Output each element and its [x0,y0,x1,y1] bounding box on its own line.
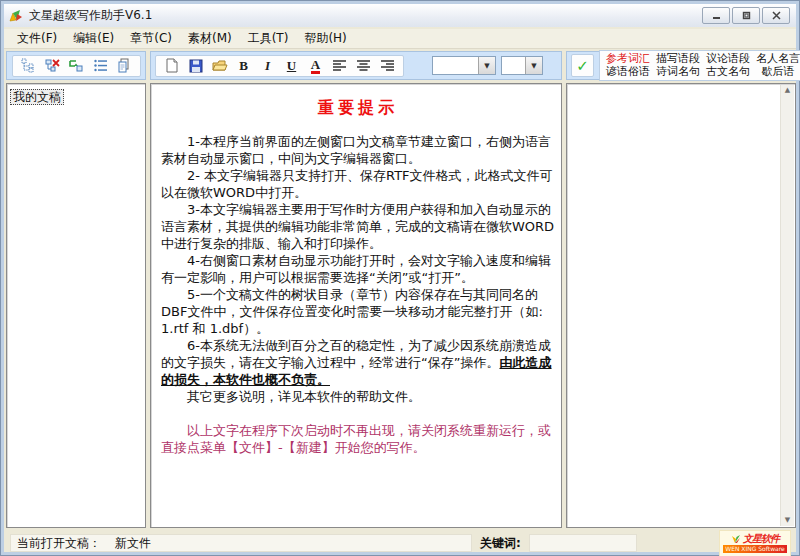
material-category[interactable]: 古文名句 [706,66,750,78]
font-color-icon: A [311,58,320,74]
delete-node-icon [45,58,60,73]
font-name-value [433,57,478,74]
current-document-label: 当前打开文稿： [17,535,101,552]
chapter-toolbar [6,51,146,80]
material-category[interactable]: 参考词汇 [606,53,650,65]
material-category-list: 参考词汇描写语段议论语段名人名言谚语俗语诗词名句古文名句歇后语 [599,50,800,81]
font-color-button[interactable]: A [307,57,324,74]
list-button[interactable] [92,57,109,74]
menu-bar: 文件(F)编辑(E)章节(C)素材(M)工具(T)帮助(H) [4,29,796,49]
underline-icon: U [287,59,296,72]
align-right-icon [381,60,394,71]
open-folder-button[interactable] [211,57,228,74]
notice-paragraph: 2- 本文字编辑器只支持打开、保存RTF文件格式，此格式文件可以在微软WORD中… [161,167,555,201]
align-right-button[interactable] [379,57,396,74]
notice-paragraph: 1-本程序当前界面的左侧窗口为文稿章节建立窗口，右侧为语言素材自动显示窗口，中间… [161,133,555,167]
material-toggle-button[interactable]: ✓ [571,54,594,77]
copy-page-button[interactable] [116,57,133,74]
align-left-button[interactable] [331,57,348,74]
notice-paragraph: 6-本系统无法做到百分之百的稳定性，为了减少因系统崩溃造成的文字损失，请在文字输… [161,337,555,388]
current-document-field: 当前打开文稿： 新文件 [10,534,472,552]
material-category[interactable]: 歇后语 [756,66,800,78]
underline-button[interactable]: U [283,57,300,74]
notice-title: 重要提示 [161,98,555,119]
material-category[interactable]: 诗词名句 [656,66,700,78]
material-category[interactable]: 名人名言 [756,53,800,65]
app-logo-icon [8,8,24,24]
list-icon [93,58,108,73]
vendor-logo-icon [731,534,741,544]
scroll-up-icon[interactable]: ▲ [785,85,790,96]
keyword-label: 关键词: [480,535,521,552]
vendor-logo-text: 文星软件 [743,534,779,544]
check-icon: ✓ [576,57,589,75]
minimize-icon [712,11,721,20]
align-center-button[interactable] [355,57,372,74]
save-button[interactable] [187,57,204,74]
new-file-icon [165,58,179,73]
menu-item[interactable]: 工具(T) [240,28,297,49]
text-editor[interactable]: 重要提示 1-本程序当前界面的左侧窗口为文稿章节建立窗口，右侧为语言素材自动显示… [150,83,562,528]
material-toolbar: ✓ 参考词汇描写语段议论语段名人名言谚语俗语诗词名句古文名句歇后语 [566,51,796,80]
tree-nodes-button[interactable] [20,57,37,74]
format-toolbar: B I U A [150,51,562,80]
maximize-button[interactable] [732,7,760,24]
material-category[interactable]: 描写语段 [656,53,700,65]
save-icon [189,59,203,73]
open-folder-icon [212,59,228,73]
align-center-icon [357,60,370,71]
menu-item[interactable]: 章节(C) [122,28,180,49]
new-file-button[interactable] [163,57,180,74]
italic-icon: I [265,59,270,72]
tree-nodes-icon [21,58,36,73]
toolbar-row: B I U A [1,49,799,82]
menu-item[interactable]: 编辑(E) [65,28,122,49]
menu-item[interactable]: 帮助(H) [296,28,354,49]
material-panel[interactable]: ▲ ▼ [566,83,796,528]
material-category[interactable]: 议论语段 [706,53,750,65]
demote-node-button[interactable] [68,57,85,74]
tree-root-node[interactable]: 我的文稿 [10,89,64,105]
italic-button[interactable]: I [259,57,276,74]
notice-paragraph: 3-本文字编辑器主要用于写作时方便用户获得和加入自动显示的语言素材，其提供的编辑… [161,201,555,252]
keyword-input[interactable] [529,534,637,552]
chapter-tool-island [12,55,141,77]
menu-item[interactable]: 文件(F) [9,28,65,49]
vendor-logo: 文星软件 WEN XING Software [719,530,791,556]
title-bar: 文星超级写作助手V6.1 [4,4,796,27]
vendor-logo-subtext: WEN XING Software [723,545,787,553]
align-left-icon [333,60,346,71]
current-document-value: 新文件 [115,535,151,552]
copy-page-icon [117,58,132,73]
demote-node-icon [69,58,84,73]
status-bar: 当前打开文稿： 新文件 关键词: 文星软件 WEN XING Software [1,529,799,556]
chevron-down-icon[interactable]: ▼ [478,57,495,74]
font-size-combo[interactable]: ▼ [501,56,543,75]
bold-button[interactable]: B [235,57,252,74]
delete-node-button[interactable] [44,57,61,74]
main-area: 我的文稿 重要提示 1-本程序当前界面的左侧窗口为文稿章节建立窗口，右侧为语言素… [1,82,799,528]
chapter-tree-panel[interactable]: 我的文稿 [6,83,146,528]
notice-paragraph-red: 以上文字在程序下次启动时不再出现，请关闭系统重新运行，或直接点菜单【文件】-【新… [161,422,555,456]
chevron-down-icon[interactable]: ▼ [525,57,542,74]
menu-item[interactable]: 素材(M) [180,28,240,49]
close-button[interactable] [762,7,790,24]
notice-paragraph: 5-一个文稿文件的树状目录（章节）内容保存在与其同同名的DBF文件中，文件保存位… [161,286,555,337]
notice-paragraph: 其它更多说明，详见本软件的帮助文件。 [161,388,555,405]
app-window: 文星超级写作助手V6.1 文件(F)编辑(E)章节(C)素材(M)工具(T)帮助… [0,0,800,556]
font-size-value [502,57,525,74]
close-icon [772,11,781,20]
scroll-down-icon[interactable]: ▼ [785,515,790,526]
bold-icon: B [239,59,248,72]
minimize-button[interactable] [702,7,730,24]
format-tool-island: B I U A [155,55,404,77]
notice-paragraph: 4-右侧窗口素材自动显示功能打开时，会对文字输入速度和编辑有一定影响，用户可以根… [161,252,555,286]
window-title: 文星超级写作助手V6.1 [29,7,702,24]
material-scrollbar[interactable]: ▲ ▼ [780,85,794,526]
restore-icon [742,11,751,20]
font-name-combo[interactable]: ▼ [432,56,496,75]
material-category[interactable]: 谚语俗语 [606,66,650,78]
